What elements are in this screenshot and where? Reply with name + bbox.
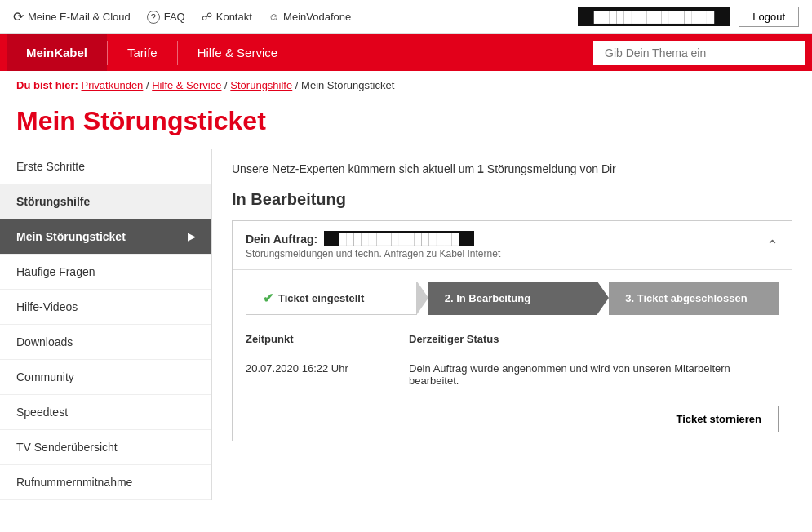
user-box: ████████████████ xyxy=(578,7,730,26)
ticket-table: Zeitpunkt Derzeitiger Status 20.07.2020 … xyxy=(233,326,792,397)
table-row: 20.07.2020 16:22 Uhr Dein Auftrag wurde … xyxy=(233,352,792,397)
step1-label: Ticket eingestellt xyxy=(278,292,364,304)
ticket-card: Dein Auftrag: ████████████████ Störungsm… xyxy=(232,220,792,441)
email-cloud-label: Meine E-Mail & Cloud xyxy=(28,11,131,23)
faq-label: FAQ xyxy=(164,11,185,23)
search-input[interactable] xyxy=(593,41,805,65)
meinvodafone-link[interactable]: ☺ MeinVodafone xyxy=(268,11,351,23)
sidebar: Erste Schritte Störungshilfe Mein Störun… xyxy=(0,149,212,500)
ticket-header: Dein Auftrag: ████████████████ Störungsm… xyxy=(233,221,792,270)
sidebar-item-haeufige-fragen[interactable]: Häufige Fragen xyxy=(0,255,211,290)
step-arrow-1 xyxy=(417,282,428,314)
sidebar-item-community[interactable]: Community xyxy=(0,360,211,395)
breadcrumb-label: Du bist hier: xyxy=(16,79,78,91)
top-bar-right: ████████████████ Logout xyxy=(578,7,799,27)
step-arrow-2 xyxy=(597,282,609,314)
ticket-order-box: ████████████████ xyxy=(324,231,473,246)
sidebar-item-tv-senderuebersicht[interactable]: TV Senderübersicht xyxy=(0,430,211,465)
sidebar-item-hilfe-videos[interactable]: Hilfe-Videos xyxy=(0,290,211,325)
section-title: In Bearbeitung xyxy=(232,190,792,209)
sidebar-item-speedtest[interactable]: Speedtest xyxy=(0,395,211,430)
top-bar: ⟳ Meine E-Mail & Cloud ? FAQ ☍ Kontakt ☺… xyxy=(0,0,812,34)
ticket-actions: Ticket stornieren xyxy=(233,397,792,441)
kontakt-label: Kontakt xyxy=(216,11,252,23)
email-cloud-icon: ⟳ xyxy=(13,9,24,24)
cancel-ticket-button[interactable]: Ticket stornieren xyxy=(659,406,779,432)
order-label: Dein Auftrag: xyxy=(246,233,317,246)
faq-icon: ? xyxy=(147,11,160,24)
notification-text: Unsere Netz-Experten kümmern sich aktuel… xyxy=(232,162,792,175)
meinvodafone-label: MeinVodafone xyxy=(283,11,351,23)
breadcrumb: Du bist hier: Privatkunden / Hilfe & Ser… xyxy=(0,71,812,100)
col-status: Derzeitiger Status xyxy=(396,326,792,352)
sidebar-item-erste-schritte[interactable]: Erste Schritte xyxy=(0,149,211,184)
ticket-subtitle: Störungsmeldungen und techn. Anfragen zu… xyxy=(246,248,500,259)
kontakt-link[interactable]: ☍ Kontakt xyxy=(202,11,252,23)
breadcrumb-sep-3: / xyxy=(295,79,301,91)
ticket-header-left: Dein Auftrag: ████████████████ Störungsm… xyxy=(246,231,500,259)
sidebar-item-mein-stoerungsticket[interactable]: Mein Störungsticket xyxy=(0,219,211,255)
sidebar-item-stoerungshilfe[interactable]: Störungshilfe xyxy=(0,184,211,219)
status-step-1: ✔ Ticket eingestellt xyxy=(246,282,417,315)
check-icon: ✔ xyxy=(263,290,273,306)
row-date: 20.07.2020 16:22 Uhr xyxy=(233,352,396,397)
nav-tarife[interactable]: Tarife xyxy=(108,34,177,71)
email-cloud-link[interactable]: ⟳ Meine E-Mail & Cloud xyxy=(13,9,131,24)
row-status: Dein Auftrag wurde angenommen und wird v… xyxy=(396,352,792,397)
notification-count: 1 xyxy=(477,162,484,175)
sidebar-item-downloads[interactable]: Downloads xyxy=(0,325,211,360)
ticket-collapse-button[interactable]: ⌃ xyxy=(766,237,779,255)
status-step-2: 2. In Bearbeitung xyxy=(428,282,598,315)
ticket-header-title: Dein Auftrag: ████████████████ xyxy=(246,231,500,246)
nav-search-container xyxy=(593,36,805,70)
content-area: Erste Schritte Störungshilfe Mein Störun… xyxy=(0,149,812,500)
breadcrumb-hilfe-service[interactable]: Hilfe & Service xyxy=(152,79,221,91)
step2-label: 2. In Bearbeitung xyxy=(445,292,530,304)
top-bar-left: ⟳ Meine E-Mail & Cloud ? FAQ ☍ Kontakt ☺… xyxy=(13,9,561,24)
status-bar: ✔ Ticket eingestellt 2. In Bearbeitung 3… xyxy=(246,282,779,315)
status-step-3: 3. Ticket abgeschlossen xyxy=(609,282,779,315)
main-content: Unsere Netz-Experten kümmern sich aktuel… xyxy=(212,149,812,500)
notification-suffix: Störungsmeldung von Dir xyxy=(484,162,616,175)
notification-prefix: Unsere Netz-Experten kümmern sich aktuel… xyxy=(232,162,477,175)
nav-hilfe-service[interactable]: Hilfe & Service xyxy=(178,34,297,71)
breadcrumb-privatkunden[interactable]: Privatkunden xyxy=(81,79,143,91)
col-zeitpunkt: Zeitpunkt xyxy=(233,326,396,352)
page-title: Mein Störungsticket xyxy=(0,100,812,149)
logout-button[interactable]: Logout xyxy=(739,7,799,27)
breadcrumb-current: Mein Störungsticket xyxy=(301,79,394,91)
step3-label: 3. Ticket abgeschlossen xyxy=(625,292,747,304)
nav-meinkabel[interactable]: MeinKabel xyxy=(7,34,107,71)
main-nav: MeinKabel Tarife Hilfe & Service xyxy=(0,34,812,71)
kontakt-icon: ☍ xyxy=(202,11,212,23)
breadcrumb-stoerungshilfe[interactable]: Störungshilfe xyxy=(230,79,292,91)
person-icon: ☺ xyxy=(268,11,279,23)
sidebar-item-rufnummernmitnahme[interactable]: Rufnummernmitnahme xyxy=(0,465,211,500)
faq-link[interactable]: ? FAQ xyxy=(147,11,185,24)
